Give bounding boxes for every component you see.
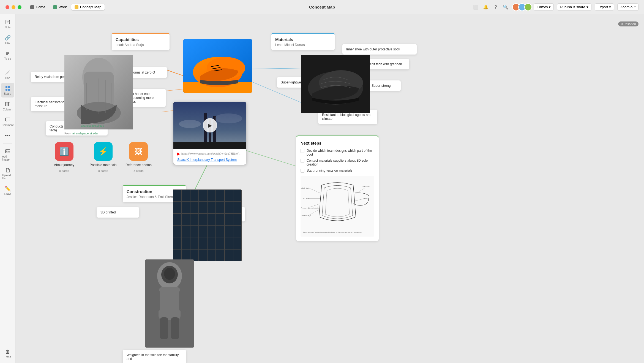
sidebar: Note 🔗 Link To-do Line Board Column Comm… (0, 14, 15, 363)
concept-tab-icon (75, 5, 78, 9)
canvas: 0 Unsorted (15, 14, 644, 363)
checkbox-3[interactable] (301, 169, 304, 173)
uploadfile-icon (4, 167, 11, 173)
note-icon (4, 19, 11, 25)
draw-icon: ✏️ (4, 185, 11, 192)
svg-rect-59 (171, 317, 179, 339)
shoe-main-image (183, 39, 252, 93)
sidebar-divider-1 (3, 65, 12, 65)
svg-rect-15 (6, 118, 10, 121)
inner-shoe-text: Inner shoe with outer protective sock (346, 47, 400, 51)
video-title[interactable]: SpaceX Interplanetary Transport System (177, 158, 237, 162)
next-step-3-text: Start running tests on materials (307, 169, 352, 172)
capabilities-card: Capabilities Lead: Andrea Surja (112, 33, 170, 50)
checkbox-1[interactable] (301, 149, 304, 153)
minimize-button[interactable] (12, 5, 15, 9)
sidebar-comment-label: Comment (2, 124, 13, 127)
publish-button[interactable]: Publish & share ▾ (557, 3, 591, 11)
board-possible-materials[interactable]: ⚡ Possible materials 8 cards (90, 142, 116, 172)
source-link[interactable]: airandspace.si.edu (72, 132, 98, 135)
notification-icon[interactable]: 🔔 (482, 4, 489, 10)
sidebar-item-uploadfile[interactable]: Upload file (1, 164, 14, 182)
svg-text:Pressure garment bladder: Pressure garment bladder (301, 207, 319, 209)
sidebar-item-addimage[interactable]: Add image (1, 146, 14, 163)
zoom-label: Zoom out (620, 5, 635, 9)
next-step-1-text: Decide which team designs which part of … (307, 149, 374, 156)
printed-card: 3D printed (97, 207, 139, 218)
zoom-button[interactable]: Zoom out (617, 3, 638, 11)
board-materials-count: 8 cards (98, 169, 108, 172)
board-materials-label: Possible materials (90, 163, 116, 167)
capabilities-title: Capabilities (116, 37, 166, 42)
sidebar-item-draw[interactable]: ✏️ Draw (1, 183, 14, 198)
video-card[interactable]: ▶ ▶ https://www.youtube.com/watch?v=0qo7… (173, 102, 246, 165)
materials-card: Materials Lead: Michel Durras (271, 33, 335, 50)
page-title: Concept Map (309, 5, 335, 9)
avatars (512, 3, 530, 11)
printed-text: 3D printed (100, 210, 116, 214)
svg-rect-9 (8, 86, 10, 88)
sidebar-item-link[interactable]: 🔗 Link (1, 32, 14, 47)
svg-rect-10 (6, 89, 7, 91)
svg-text:Cross section of material layu: Cross section of material layup used for… (303, 231, 362, 233)
tab-concept-map[interactable]: Concept Map (71, 4, 105, 10)
svg-rect-52 (173, 142, 246, 149)
biological-text: Resistant to biological agents and clima… (322, 113, 371, 121)
board-reference-photos[interactable]: 🖼 Reference photos 3 cards (125, 142, 152, 172)
screen-icon[interactable]: ⬜ (473, 4, 479, 10)
svg-rect-57 (179, 290, 187, 312)
next-step-1: Decide which team designs which part of … (301, 149, 374, 156)
solar-panel-image (173, 189, 242, 261)
sidebar-item-board[interactable]: Board (1, 83, 14, 97)
board-icon (4, 85, 11, 92)
sidebar-item-comment[interactable]: Comment (1, 114, 14, 129)
sidebar-item-more[interactable]: ••• (1, 130, 14, 141)
editors-button[interactable]: Editors ▾ (534, 3, 554, 11)
youtube-icon: ▶ (177, 151, 180, 156)
super-strong-card: Super-strong (368, 80, 401, 91)
svg-point-51 (215, 113, 242, 123)
sidebar-draw-label: Draw (4, 193, 11, 196)
tabs: Home Work Concept Map (27, 4, 105, 10)
materials-lead: Lead: Michel Durras (275, 43, 331, 47)
svg-rect-55 (159, 287, 181, 320)
sidebar-item-trash[interactable]: 🗑 Trash (1, 346, 14, 361)
sidebar-item-todo[interactable]: To-do (1, 48, 14, 63)
board-photos-count: 3 cards (133, 169, 143, 172)
search-icon[interactable]: 🔍 (502, 4, 509, 10)
sidebar-line-label: Line (5, 77, 10, 80)
play-button[interactable]: ▶ (203, 118, 217, 132)
spacesuit-sketch: LCVG liner LCVG outer Pressure garment b… (301, 176, 374, 237)
tab-home[interactable]: Home (27, 4, 49, 10)
svg-text:LCVG liner: LCVG liner (301, 187, 309, 189)
flyknit-text: FlyKnit tech with graphene-like pro... (365, 62, 409, 66)
source-credit: From airandspace.si.edu (64, 132, 98, 135)
help-icon[interactable]: ? (492, 4, 499, 10)
sidebar-item-column[interactable]: Column (1, 99, 14, 113)
unsorted-badge: 0 Unsorted (618, 21, 638, 26)
sidebar-addimage-label: Add image (2, 155, 13, 161)
next-steps-card: Next steps Decide which team designs whi… (296, 136, 379, 241)
sidebar-board-label: Board (4, 92, 11, 95)
sidebar-note-label: Note (5, 26, 10, 29)
checkbox-2[interactable] (301, 159, 304, 163)
titlebar: Home Work Concept Map Concept Map ⬜ 🔔 ? … (0, 0, 644, 14)
svg-rect-13 (7, 102, 9, 106)
next-step-2: Contact materials suppliers about 3D sol… (301, 159, 374, 166)
sidebar-item-line[interactable]: Line (1, 67, 14, 82)
export-button[interactable]: Export ▾ (595, 3, 614, 11)
todo-icon (4, 50, 11, 57)
next-steps-title: Next steps (301, 141, 374, 145)
close-button[interactable] (6, 5, 9, 9)
svg-rect-58 (160, 317, 168, 339)
board-photos-icon: 🖼 (129, 142, 148, 161)
maximize-button[interactable] (18, 5, 21, 9)
next-step-2-text: Contact materials suppliers about 3D sol… (307, 159, 374, 166)
tab-work[interactable]: Work (50, 4, 70, 10)
super-strong-text: Super-strong (372, 84, 391, 88)
line-icon (4, 69, 11, 76)
board-materials-icon: ⚡ (94, 142, 113, 161)
board-about-journey[interactable]: ℹ️ About journey 0 cards (54, 142, 74, 172)
tab-home-label: Home (36, 5, 45, 9)
sidebar-item-note[interactable]: Note (1, 17, 14, 31)
